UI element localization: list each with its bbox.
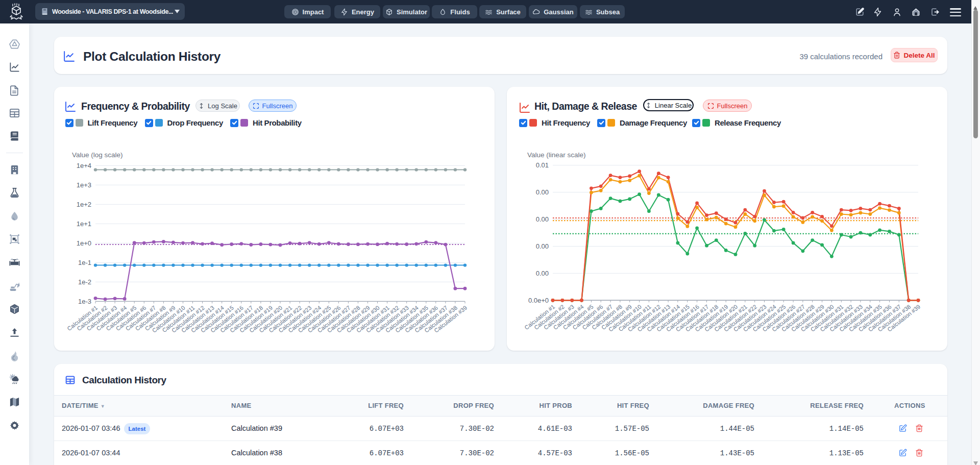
- svg-text:1e-2: 1e-2: [78, 278, 91, 286]
- svg-text:0.00: 0.00: [536, 270, 549, 277]
- svg-text:0.0e+0: 0.0e+0: [528, 297, 549, 304]
- svg-text:1e+1: 1e+1: [77, 220, 91, 228]
- svg-text:Value (linear scale): Value (linear scale): [527, 151, 586, 159]
- svg-text:Value (log scale): Value (log scale): [72, 151, 123, 159]
- svg-text:1e+2: 1e+2: [77, 201, 91, 208]
- svg-text:0.01: 0.01: [536, 161, 549, 169]
- svg-text:0.00: 0.00: [536, 188, 549, 196]
- svg-text:1e-1: 1e-1: [78, 259, 91, 266]
- svg-text:1e+4: 1e+4: [77, 162, 91, 169]
- svg-text:0.00: 0.00: [536, 215, 549, 223]
- svg-text:1e-3: 1e-3: [78, 298, 91, 305]
- svg-text:1e+0: 1e+0: [77, 239, 91, 247]
- svg-text:1e+3: 1e+3: [77, 181, 91, 189]
- svg-text:0.00: 0.00: [536, 242, 549, 250]
